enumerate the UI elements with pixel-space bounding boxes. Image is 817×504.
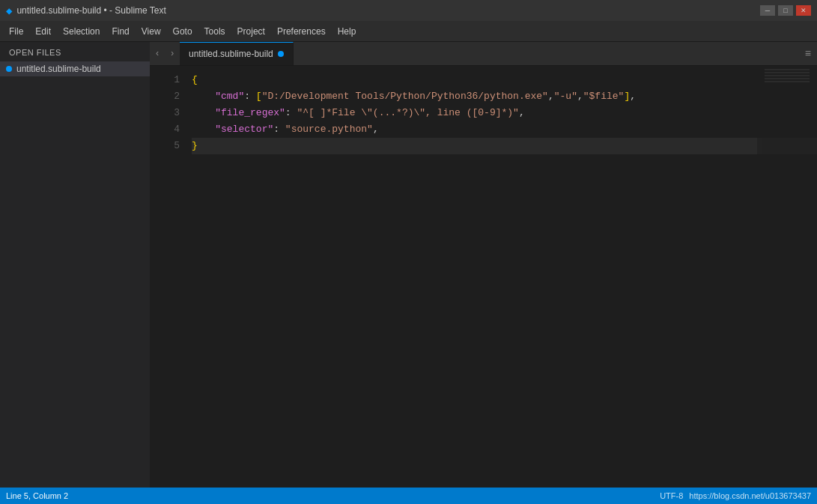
token: "D:/Development Tools/Python/Python36/py… <box>262 88 548 105</box>
window-controls: ─ □ ✕ <box>760 5 811 16</box>
token: : <box>273 121 285 138</box>
token: [ <box>256 88 262 105</box>
tab-bar: ‹ › untitled.sublime-build ≡ <box>150 42 817 66</box>
token: , <box>373 121 379 138</box>
open-files-header: OPEN FILES <box>0 42 150 61</box>
code-line-4: "selector": "source.python", <box>192 121 817 138</box>
token: : <box>285 105 297 121</box>
title-bar: ◆ untitled.sublime-build • - Sublime Tex… <box>0 0 817 21</box>
sidebar-file-item[interactable]: untitled.sublime-build <box>0 61 150 76</box>
line-number: 4 <box>150 121 180 138</box>
title-bar-text: untitled.sublime-build • - Sublime Text <box>16 5 756 16</box>
token <box>192 105 215 121</box>
status-bar: Line 5, Column 2 UTF-8 https://blog.csdn… <box>0 488 817 504</box>
file-active-indicator <box>6 66 12 72</box>
sidebar: OPEN FILES untitled.sublime-build <box>0 42 150 488</box>
code-line-3: "file_regex": "^[ ]*File \"(...*?)\", li… <box>192 105 817 121</box>
menu-item-help[interactable]: Help <box>332 23 362 40</box>
line-numbers: 1 2 3 4 5 <box>150 66 186 488</box>
line-number: 5 <box>150 138 180 154</box>
line-number: 1 <box>150 72 180 88</box>
token: "$file" <box>583 88 625 105</box>
token <box>192 88 215 105</box>
app-icon: ◆ <box>6 4 12 17</box>
tab-filename: untitled.sublime-build <box>189 49 273 59</box>
menu-item-tools[interactable]: Tools <box>198 23 231 40</box>
tab-nav-left[interactable]: ‹ <box>150 42 165 65</box>
line-number: 3 <box>150 105 180 121</box>
status-right: UTF-8 https://blog.csdn.net/u013673437 <box>660 491 811 500</box>
code-content[interactable]: { "cmd": ["D:/Development Tools/Python/P… <box>186 66 817 488</box>
menu-item-goto[interactable]: Goto <box>167 23 198 40</box>
menu-item-find[interactable]: Find <box>106 23 135 40</box>
code-line-2: "cmd": ["D:/Development Tools/Python/Pyt… <box>192 88 817 105</box>
menu-item-selection[interactable]: Selection <box>57 23 106 40</box>
token: "selector" <box>215 121 273 138</box>
menu-item-project[interactable]: Project <box>231 23 271 40</box>
token: } <box>192 138 198 154</box>
token: "file_regex" <box>215 105 285 121</box>
url-label: https://blog.csdn.net/u013673437 <box>689 491 811 500</box>
cursor-position: Line 5, Column 2 <box>6 491 68 500</box>
menu-bar: FileEditSelectionFindViewGotoToolsProjec… <box>0 21 817 42</box>
token: : <box>244 88 256 105</box>
menu-item-edit[interactable]: Edit <box>29 23 57 40</box>
token: ] <box>624 88 630 105</box>
token: "source.python" <box>285 121 373 138</box>
encoding-label: UTF-8 <box>660 491 683 500</box>
token: , <box>519 105 525 121</box>
token <box>192 121 215 138</box>
status-left: Line 5, Column 2 <box>6 491 68 500</box>
tab-modified-indicator <box>278 51 284 57</box>
menu-item-preferences[interactable]: Preferences <box>271 23 332 40</box>
tab-nav-right[interactable]: › <box>165 42 180 65</box>
token: , <box>548 88 554 105</box>
maximize-button[interactable]: □ <box>778 5 793 16</box>
code-editor: 1 2 3 4 5 { "cmd": ["D:/Development Tool… <box>150 66 817 488</box>
editor-area: ‹ › untitled.sublime-build ≡ 1 2 3 4 5 <box>150 42 817 488</box>
minimap <box>757 66 817 488</box>
token: "cmd" <box>215 88 244 105</box>
menu-item-file[interactable]: File <box>3 23 29 40</box>
minimize-button[interactable]: ─ <box>760 5 775 16</box>
token: "-u" <box>554 88 577 105</box>
token: { <box>192 72 198 88</box>
code-line-1: { <box>192 72 817 88</box>
sidebar-file-name: untitled.sublime-build <box>16 64 101 74</box>
menu-item-view[interactable]: View <box>136 23 167 40</box>
minimap-content <box>765 69 810 84</box>
tab-menu-icon[interactable]: ≡ <box>799 42 817 65</box>
token: , <box>630 88 636 105</box>
code-line-5: } <box>192 138 817 154</box>
close-button[interactable]: ✕ <box>796 5 811 16</box>
editor-tab[interactable]: untitled.sublime-build <box>180 42 294 65</box>
token: , <box>577 88 583 105</box>
line-number: 2 <box>150 88 180 105</box>
token: "^[ ]*File \"(...*?)\", line ([0-9]*)" <box>297 105 518 121</box>
main-area: OPEN FILES untitled.sublime-build ‹ › un… <box>0 42 817 488</box>
